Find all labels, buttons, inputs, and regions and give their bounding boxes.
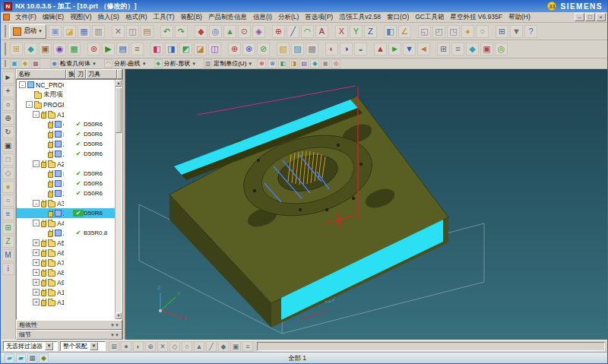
title-bar[interactable]: N NX 10.0.3.5 - 加工 - [10.prt （修改的）] 33 S…	[1, 0, 607, 12]
tree-row-A11[interactable]: +A11	[17, 297, 115, 307]
tree-row-F...[interactable]: F...✔D50R6	[17, 179, 115, 188]
tb1-cut-icon[interactable]: ✕	[112, 25, 125, 38]
collapse-icon[interactable]: -	[19, 81, 26, 88]
tb2-shop-doc-icon[interactable]: ≡	[131, 43, 144, 55]
chevron-down-icon[interactable]: ▼▼	[110, 323, 119, 328]
tree-row-A6[interactable]: +A6	[17, 248, 115, 258]
bottom-sel-c-icon[interactable]: ▦	[27, 353, 37, 363]
tree-row-NC_PROGRAM[interactable]: -NC_PROGRAM	[17, 80, 115, 90]
vbar-zoom-in-icon[interactable]: ⊕	[2, 112, 14, 125]
graphics-viewport[interactable]: X Y Z	[125, 69, 608, 340]
tb2-create-geometry-icon[interactable]: ▣	[39, 43, 52, 55]
expand-icon[interactable]: +	[33, 279, 40, 286]
tb2-arrow-up-icon[interactable]: ▲	[374, 43, 387, 55]
tb2-properties-icon[interactable]: ≡	[451, 43, 464, 55]
tb2-arrow-right-icon[interactable]: ►	[388, 43, 401, 55]
restore-button[interactable]: □	[585, 13, 595, 21]
tb3-t3-h-icon[interactable]: ▤	[299, 59, 309, 68]
menu-gc-toolbox[interactable]: GC工具箱	[412, 12, 447, 23]
menu-haoqiang-tools[interactable]: 浩强工具v2.58	[336, 12, 384, 23]
vbar-layers-icon[interactable]: ≡	[2, 208, 14, 220]
tb1-datum-icon[interactable]: ◆	[195, 25, 207, 38]
tree-row-F...[interactable]: F...✔D50R6	[17, 169, 115, 179]
tb1-arc-icon[interactable]: ◠	[301, 25, 314, 38]
chevron-down-icon[interactable]: ▼	[45, 342, 53, 350]
tb2-create-operation-icon[interactable]: ▦	[68, 43, 81, 55]
tb1-more-icon[interactable]: ▼	[510, 25, 523, 38]
tb1-help-icon[interactable]: ?	[524, 25, 537, 38]
tree-row-A10[interactable]: +A10	[17, 287, 115, 297]
scroll-up-icon[interactable]: ▲	[116, 80, 122, 87]
tb2-create-method-icon[interactable]: ◉	[53, 43, 66, 55]
tb2-create-tool-icon[interactable]: ◆	[24, 43, 37, 55]
tree-row-C...[interactable]: C...✔D50R6	[17, 119, 115, 129]
status-snap-quadrant-icon[interactable]: ◇	[169, 341, 180, 352]
tb3-t3-k-icon[interactable]: ◎	[331, 59, 340, 68]
selection-scope-combo[interactable]: 整个装配 ▼	[60, 341, 106, 351]
vbar-macro-icon[interactable]: M	[2, 249, 14, 261]
expand-icon[interactable]: +	[33, 289, 40, 296]
tb3-t3-c-icon[interactable]: ▦	[31, 59, 40, 68]
tree-row-Z...[interactable]: Z...✔D50R6	[17, 188, 115, 198]
vbar-information-icon[interactable]: i	[2, 263, 14, 275]
tb1-measure-icon[interactable]: ◧	[384, 25, 397, 38]
dependencies-panel-bar[interactable]: 相依性▼▼	[16, 320, 122, 330]
tb2-create-program-icon[interactable]: ⊞	[10, 43, 23, 55]
tree-row-未用项[interactable]: 未用项	[17, 90, 115, 100]
vbar-z-tool-icon[interactable]: Z	[2, 236, 14, 248]
tb1-line-icon[interactable]: ╱	[287, 25, 299, 38]
tb1-shaded-icon[interactable]: ●	[461, 25, 474, 38]
tb1-view-iso-icon[interactable]: ◳	[447, 25, 460, 38]
tb2-tool-3axis-icon[interactable]: ▨	[291, 43, 304, 55]
menu-tools[interactable]: 工具(T)	[150, 12, 178, 23]
navigator-scrollbar[interactable]: ▲ ▼	[115, 80, 122, 319]
tb2-workpiece-icon[interactable]: ⊗	[242, 43, 255, 55]
tb1-window-layout-icon[interactable]: ⊞	[496, 25, 508, 38]
expand-icon[interactable]: +	[33, 249, 40, 256]
menu-analysis[interactable]: 分析(L)	[275, 12, 302, 23]
tree-row-Z...[interactable]: Z...✔D50R6	[17, 208, 115, 218]
tb1-hole-icon[interactable]: ⊙	[238, 25, 251, 38]
display-scope-label[interactable]: 全部 1	[288, 354, 306, 363]
notification-badge[interactable]: 33	[547, 2, 556, 11]
tb3-t3-a-icon[interactable]: ▣	[10, 59, 19, 68]
tb1-view-top-icon[interactable]: ◰	[432, 25, 445, 38]
tb1-point-icon[interactable]: ⊕	[272, 25, 285, 38]
tb1-text-icon[interactable]: A	[315, 25, 328, 38]
tree-row-F...[interactable]: F...✔D50R6	[17, 129, 115, 139]
tb1-blend-icon[interactable]: ◈	[252, 25, 265, 38]
tb1-view-front-icon[interactable]: ◱	[418, 25, 431, 38]
tb1-angle-icon[interactable]: ∠	[398, 25, 411, 38]
status-snap-intersect-icon[interactable]: ✕	[157, 341, 168, 352]
vbar-zoom-icon[interactable]: ○	[2, 99, 14, 111]
tb2-extra-2-icon[interactable]: ▣	[480, 43, 493, 55]
status-snap-vertex-icon[interactable]: ▲	[194, 341, 204, 352]
column-header-exchange[interactable]: 换	[66, 69, 75, 79]
toolbar-grip[interactable]	[5, 43, 7, 55]
status-snap-mid-icon[interactable]: ◐	[133, 341, 144, 352]
tb2-arrow-down-icon[interactable]: ▼	[403, 43, 416, 55]
viewport-3d-scene[interactable]: X Y Z	[125, 69, 608, 340]
vbar-fit-icon[interactable]: ▣	[2, 140, 14, 152]
tb1-wireframe-icon[interactable]: ○	[476, 25, 489, 38]
toolbar-grip[interactable]	[5, 25, 7, 36]
tb1-undo-icon[interactable]: ↶	[160, 25, 173, 38]
details-panel-bar[interactable]: 细节▼▼	[16, 330, 122, 340]
menu-format[interactable]: 格式(R)	[122, 12, 150, 23]
chevron-down-icon[interactable]: ▼▼	[110, 333, 119, 337]
tb2-extra-1-icon[interactable]: ◆	[466, 43, 479, 55]
tb2-postprocess-icon[interactable]: ▤	[116, 43, 129, 55]
bottom-sel-b-icon[interactable]: ▰	[16, 353, 26, 363]
tb2-turn-icon[interactable]: ◫	[208, 43, 221, 55]
status-snap-center-icon[interactable]: ⊕	[145, 341, 156, 352]
tb2-tool-library-icon[interactable]: ▩	[306, 43, 318, 55]
menu-edit[interactable]: 编辑(E)	[40, 12, 67, 23]
vbar-rotate-icon[interactable]: ↻	[2, 126, 14, 138]
tb1-axis-z-icon[interactable]: Z	[364, 25, 377, 38]
tb2-boundary-icon[interactable]: ⊘	[257, 43, 270, 55]
collapse-icon[interactable]: -	[26, 101, 33, 108]
bottom-sel-a-icon[interactable]: ▰	[5, 353, 14, 363]
tb2-mcs-icon[interactable]: ⊕	[228, 43, 241, 55]
menu-view[interactable]: 视图(V)	[67, 12, 94, 23]
expand-icon[interactable]: +	[33, 239, 40, 246]
